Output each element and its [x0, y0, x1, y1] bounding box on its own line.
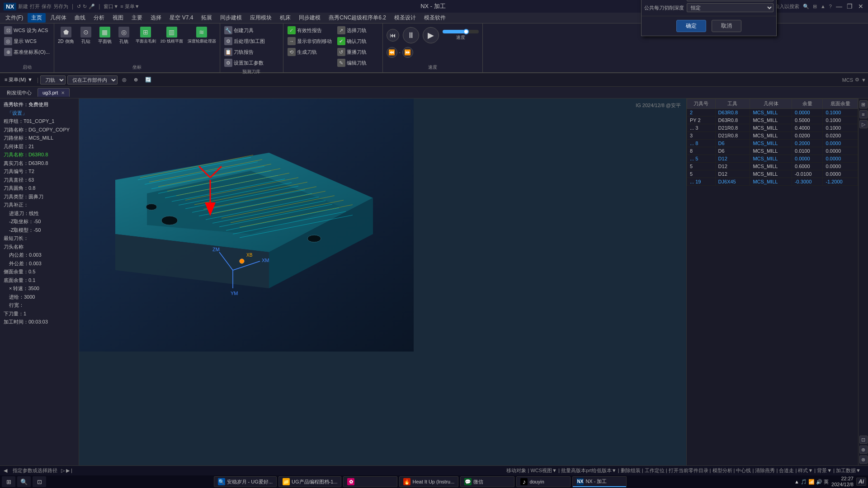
toolpath-report-btn[interactable]: 📋 刀轨报告 [222, 47, 267, 57]
side-icon-1[interactable]: ⊞ [859, 100, 868, 108]
menu-extend[interactable]: 拓展 [198, 13, 216, 23]
search-taskbar-btn[interactable]: 🔍 [17, 476, 31, 487]
menu-select[interactable]: 选择 [147, 13, 165, 23]
help-btn[interactable]: ? [829, 4, 832, 9]
taskbar-app-pink[interactable]: ✿ [343, 476, 397, 487]
dialog-cancel-btn[interactable]: 取消 [712, 20, 741, 32]
show-wcs-btn[interactable]: ◎ 显示 WCS [2, 36, 52, 46]
dialog-confirm-btn[interactable]: 确定 [676, 20, 706, 32]
menu-file[interactable]: 文件(F) [2, 13, 27, 23]
taskbar-app-douyin[interactable]: ♪ douyin [516, 476, 571, 487]
undo-btn[interactable]: ↺ [77, 4, 81, 9]
side-icon-2[interactable]: ≡ [859, 110, 868, 118]
tools-btn[interactable]: ≡ 菜单▼ [120, 3, 139, 10]
dialog-scroll-area[interactable]: ▼ 几何体 几何体 MCS_MILL ✎ ⚙ [644, 0, 774, 13]
hole-mill-btn[interactable]: ◎ 孔铣 [115, 25, 133, 46]
ai-panel[interactable]: Ai [856, 478, 866, 486]
table-row[interactable]: PY 2D63R0.8MCS_MILL0.50000.1000 [687, 117, 858, 124]
menu-appmodule[interactable]: 应用模块 [246, 13, 275, 23]
tab-ug3prt[interactable]: ug3.prt ✕ [38, 88, 70, 97]
win-close-btn[interactable]: ✕ [857, 3, 864, 10]
2d-wireframe-btn[interactable]: ▥ 2D 线框平面 [159, 25, 185, 46]
table-row[interactable]: 5D12MCS_MILL0.60000.0000 [687, 163, 858, 170]
search-icon[interactable]: 🔍 [803, 4, 809, 9]
taskbar-app-folder[interactable]: 📁 UG产品编程图档-1... [278, 476, 341, 487]
set-machining-params-btn[interactable]: ⚙ 设置加工参数 [222, 58, 267, 68]
table-row[interactable]: 3D21R0.8MCS_MILL0.02000.0200 [687, 132, 858, 140]
taskbar-app-nx[interactable]: NX NX - 加工 [572, 476, 627, 487]
mic-btn[interactable]: 🎤 [89, 4, 95, 9]
generate-toolpath-btn[interactable]: ⟲ 生成刀轨 [285, 47, 334, 57]
select-toolpath-btn[interactable]: ↗ 选择刀轨 [335, 25, 369, 35]
side-icon-4[interactable]: ⊡ [859, 436, 868, 444]
lp-settings[interactable]: 「设置」 [2, 109, 77, 117]
table-row[interactable]: ... 19DJ6X45MCS_MILL-0.3000-1.2000 [687, 178, 858, 186]
edit-toolpath-btn[interactable]: ✎ 编辑刀轨 [335, 58, 369, 68]
2d-chamfer-btn[interactable]: ⬟ 2D 倒角 [56, 25, 76, 46]
tb2-icon3[interactable]: 🔄 [142, 76, 154, 84]
menu-xingkong[interactable]: 星空 V7.4 [166, 13, 197, 23]
replay-toolpath-btn[interactable]: ↺ 重播刀轨 [335, 47, 369, 57]
wcs-set-acs-btn[interactable]: ⊡ WCS 设为 ACS [2, 25, 52, 35]
play-btn[interactable]: ▶ [423, 27, 439, 43]
depth-contour-btn[interactable]: ≋ 深度轮廓处理器 [186, 25, 218, 46]
hole-drill-btn[interactable]: ⊙ 孔钻 [77, 25, 95, 46]
table-row[interactable]: 2D63R0.8MCS_MILL0.00000.1000 [687, 109, 858, 117]
side-icon-5[interactable]: ⊕ [859, 446, 868, 454]
menu-geometry[interactable]: 几何体 [47, 13, 70, 23]
face-mill-btn[interactable]: ▦ 平面铣 [96, 25, 114, 46]
scope-select[interactable]: 仅在工作部件内 [67, 75, 118, 84]
save-btn[interactable]: 保存 [42, 3, 52, 10]
menu-mousheng-soft[interactable]: 模圣软件 [420, 13, 449, 23]
show-non-cutting-btn[interactable]: → 显示非切削移动 [285, 36, 334, 46]
menu-yanxiu[interactable]: 燕秀CNC超级程序单6.2 [325, 13, 390, 23]
settings-icon[interactable]: ⚙ [855, 77, 859, 83]
saveas-btn[interactable]: 另存为 [53, 3, 68, 10]
prev-frame-btn[interactable]: ⏮ [387, 29, 399, 42]
taskbar-app-wechat[interactable]: 💬 微信 [460, 476, 514, 487]
confirm-toolpath-btn[interactable]: ✔ 确认刀轨 [335, 36, 369, 46]
side-icon-6[interactable]: ⊗ [859, 455, 868, 464]
table-row[interactable]: 8D6MCS_MILL0.01000.0000 [687, 147, 858, 155]
expand2-btn[interactable]: ⊞ [813, 4, 817, 9]
menu-sync1[interactable]: 同步建模 [217, 13, 245, 23]
menu-machine[interactable]: 机床 [276, 13, 294, 23]
win-restore-btn[interactable]: ❐ [846, 3, 854, 10]
steep-range-select[interactable]: 无 [687, 0, 774, 1]
table-row[interactable]: ... 5D12MCS_MILL0.00000.0000 [687, 155, 858, 163]
menu-analysis[interactable]: 分析 [90, 13, 108, 23]
window-btn[interactable]: 窗口▼ [104, 3, 118, 10]
collapseribbon-btn[interactable]: ▲ [821, 4, 826, 9]
menu-curve[interactable]: 曲线 [71, 13, 89, 23]
menu-sync2[interactable]: 同步建模 [295, 13, 324, 23]
validity-report-btn[interactable]: ✓ 有效性报告 [285, 25, 334, 35]
win-minimize-btn[interactable]: — [835, 3, 843, 10]
tab-discover[interactable]: 刚发现中心 [2, 88, 37, 98]
side-icon-3[interactable]: ▷ [859, 120, 868, 128]
menu-main[interactable]: 主要 [128, 13, 146, 23]
table-row[interactable]: ... 8D6MCS_MILL0.20000.0000 [687, 140, 858, 147]
filter-select[interactable]: 刀轨 [40, 75, 66, 84]
table-row[interactable]: ... 3D21R0.8MCS_MILL0.40000.1000 [687, 124, 858, 132]
table-row[interactable]: 5D12MCS_MILL-0.01000.0000 [687, 170, 858, 178]
more-icon[interactable]: ▼ [861, 77, 866, 83]
cut-depth-select[interactable]: 恒定 [687, 3, 774, 12]
create-tool-btn[interactable]: 🔧 创建刀具 [222, 25, 267, 35]
rewind-btn[interactable]: ⏪ [387, 47, 397, 58]
forward-btn[interactable]: ⏩ [402, 47, 413, 58]
deburr-btn[interactable]: ⊞ 平面去毛刺 [134, 25, 158, 46]
menu-home[interactable]: 主页 [28, 13, 46, 23]
start-btn[interactable]: ⊞ [2, 476, 15, 487]
menu-view[interactable]: 视图 [109, 13, 127, 23]
pause-btn[interactable]: ⏸ [403, 27, 419, 43]
tb2-icon1[interactable]: ◎ [119, 76, 129, 84]
redo-btn[interactable]: ↻ [83, 4, 87, 9]
taskview-btn[interactable]: ⊡ [33, 476, 46, 487]
taskbar-app-browser[interactable]: 🔍 安稳岁月 - UG爱好... [214, 476, 277, 487]
dg-copy-dialog[interactable]: ⚙ Dg Copy - [DG_COPY_COPY] ? ✕ ▼ 几何体 [641, 0, 777, 36]
tb2-icon2[interactable]: ⊕ [131, 76, 141, 84]
taskbar-app-music[interactable]: 🔥 Heat It Up (Instru... [399, 476, 458, 487]
tab-close-btn[interactable]: ✕ [61, 90, 65, 95]
mcs-icon[interactable]: MCS [842, 77, 853, 83]
new-btn[interactable]: 新建 [18, 3, 28, 10]
